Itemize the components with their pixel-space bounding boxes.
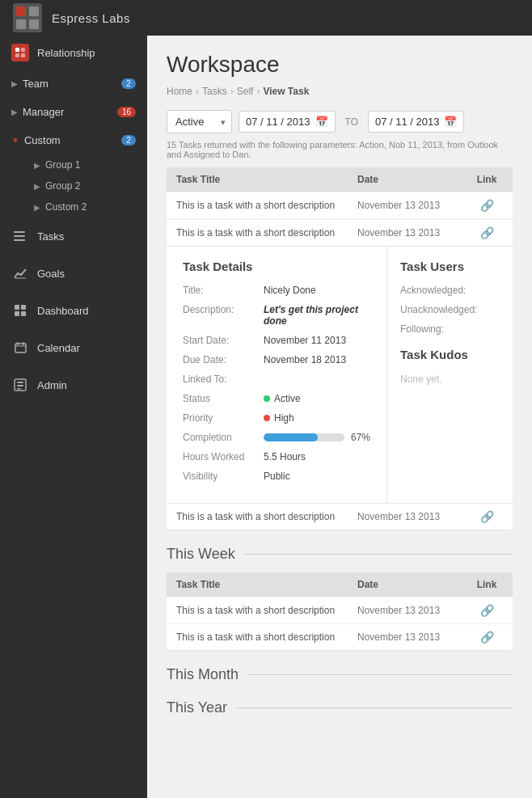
svg-rect-5 <box>15 48 19 52</box>
detail-unacknowledged-row: Unacknowledged: <box>400 304 500 315</box>
tasks-label: Tasks <box>37 230 64 243</box>
kudos-section: Task Kudos None yet. <box>400 348 500 385</box>
detail-status-row: Status Active <box>183 393 370 404</box>
sidebar-item-calendar[interactable]: Calendar <box>0 329 147 366</box>
dashboard-label: Dashboard <box>37 305 89 317</box>
week-col-date: Date <box>357 579 471 590</box>
task-detail-right: Task Users Acknowledged: Unacknowledged:… <box>387 247 513 503</box>
kudos-none: None yet. <box>400 374 441 385</box>
detail-startdate-label: Start Date: <box>183 335 264 346</box>
sidebar-item-dashboard[interactable]: Dashboard <box>0 292 147 329</box>
unacknowledged-label: Unacknowledged: <box>400 304 481 315</box>
svg-rect-13 <box>15 305 19 310</box>
sidebar-item-group1[interactable]: ▶ Group 1 <box>0 154 147 175</box>
sidebar-item-custom[interactable]: ▼ Custom 2 <box>0 126 147 154</box>
progress-bar-bg <box>264 433 344 441</box>
custom-label: Custom <box>24 134 121 146</box>
table-row[interactable]: This is a task with a short description … <box>167 623 513 650</box>
calendar-from-icon: 📅 <box>315 116 328 128</box>
sidebar-item-group2[interactable]: ▶ Group 2 <box>0 175 147 196</box>
svg-rect-8 <box>21 53 25 57</box>
col-header-link: Link <box>471 174 503 185</box>
breadcrumb-tasks[interactable]: Tasks <box>202 86 227 97</box>
filter-info: 15 Tasks returned with the following par… <box>167 140 513 159</box>
svg-rect-22 <box>17 382 23 383</box>
date-to-wrap[interactable]: 07 / 11 / 2013 📅 <box>368 111 465 133</box>
svg-rect-11 <box>14 239 25 241</box>
table-row-expanded: This is a task with a short description … <box>167 218 513 530</box>
svg-rect-23 <box>17 385 23 386</box>
following-label: Following: <box>400 323 481 335</box>
progress-pct: 67% <box>351 432 370 443</box>
breadcrumb-self[interactable]: Self <box>237 86 254 97</box>
week-col-link: Link <box>471 579 503 590</box>
app-title: Espress Labs <box>52 11 130 25</box>
relationship-label: Relationship <box>37 47 136 59</box>
expanded-row-header[interactable]: This is a task with a short description … <box>167 219 513 246</box>
task-link-2[interactable]: 🔗 <box>471 226 503 239</box>
svg-rect-16 <box>21 311 26 316</box>
task-detail-panel: Task Details Title: Nicely Done Descript… <box>167 246 513 503</box>
date-from-value: 07 / 11 / 2013 <box>246 116 310 128</box>
detail-title-row: Title: Nicely Done <box>183 285 370 296</box>
detail-completion-row: Completion 67% <box>183 432 370 443</box>
svg-rect-9 <box>14 231 25 233</box>
calendar-to-icon: 📅 <box>444 116 457 128</box>
this-month-label: This Month <box>167 666 239 683</box>
table-row[interactable]: This is a task with a short description … <box>167 192 513 218</box>
detail-status-value: Active <box>264 393 370 404</box>
task-row-bottom[interactable]: This is a task with a short description … <box>167 503 513 530</box>
kudos-section-title: Task Kudos <box>400 348 500 361</box>
date-from-wrap[interactable]: 07 / 11 / 2013 📅 <box>239 111 336 133</box>
sidebar-item-team[interactable]: ▶ Team 2 <box>0 70 147 98</box>
to-label: TO <box>342 116 361 128</box>
sidebar-item-custom2[interactable]: ▶ Custom 2 <box>0 196 147 217</box>
status-filter-wrap: Active Inactive All <box>167 110 232 133</box>
svg-rect-15 <box>15 311 19 316</box>
week-task-link-1[interactable]: 🔗 <box>471 604 503 617</box>
date-to-value: 07 / 11 / 2013 <box>375 116 440 128</box>
custom-arrow-icon: ▼ <box>11 136 19 145</box>
users-section-title: Task Users <box>400 260 500 273</box>
sidebar-item-goals[interactable]: Goals <box>0 255 147 292</box>
bottom-task-link[interactable]: 🔗 <box>471 510 503 523</box>
acknowledged-label: Acknowledged: <box>400 285 481 296</box>
svg-rect-7 <box>15 53 19 57</box>
detail-title-label: Title: <box>183 285 264 296</box>
topbar: Espress Labs <box>0 0 532 36</box>
detail-hours-label: Hours Worked <box>183 451 264 462</box>
detail-completion-value: 67% <box>264 432 370 443</box>
sidebar-item-admin[interactable]: Admin <box>0 366 147 403</box>
detail-acknowledged-row: Acknowledged: <box>400 285 500 296</box>
detail-priority-row: Priority High <box>183 412 370 424</box>
task-link[interactable]: 🔗 <box>471 199 503 212</box>
sidebar-item-manager[interactable]: ▶ Manager 16 <box>0 98 147 126</box>
detail-visibility-label: Visibility <box>183 471 264 482</box>
detail-following-row: Following: <box>400 323 500 335</box>
tasks-icon <box>11 227 29 245</box>
svg-rect-17 <box>15 344 26 353</box>
calendar-icon <box>11 339 29 357</box>
group2-arrow-icon: ▶ <box>34 182 40 191</box>
detail-hours-row: Hours Worked 5.5 Hours <box>183 451 370 462</box>
relationship-icon <box>11 44 29 61</box>
week-task-link-2[interactable]: 🔗 <box>471 631 503 644</box>
team-arrow-icon: ▶ <box>11 79 18 88</box>
sidebar-item-tasks[interactable]: Tasks <box>0 217 147 255</box>
this-week-label: This Week <box>167 546 235 563</box>
progress-bar-fill <box>264 433 318 441</box>
table-row[interactable]: This is a task with a short description … <box>167 597 513 623</box>
breadcrumb-home[interactable]: Home <box>167 86 192 97</box>
dashboard-icon <box>11 302 29 319</box>
detail-startdate-row: Start Date: November 11 2013 <box>183 335 370 346</box>
week-col-title: Task Title <box>176 579 357 590</box>
svg-rect-10 <box>14 235 25 237</box>
manager-badge: 16 <box>117 107 136 117</box>
detail-duedate-value: November 18 2013 <box>264 354 370 365</box>
status-filter[interactable]: Active Inactive All <box>167 110 232 133</box>
priority-dot-red <box>264 415 270 421</box>
sidebar-item-relationship[interactable]: Relationship <box>0 36 147 70</box>
group2-label: Group 2 <box>45 180 80 192</box>
detail-completion-label: Completion <box>183 432 264 443</box>
task-table-main: Task Title Date Link This is a task with… <box>167 167 513 530</box>
